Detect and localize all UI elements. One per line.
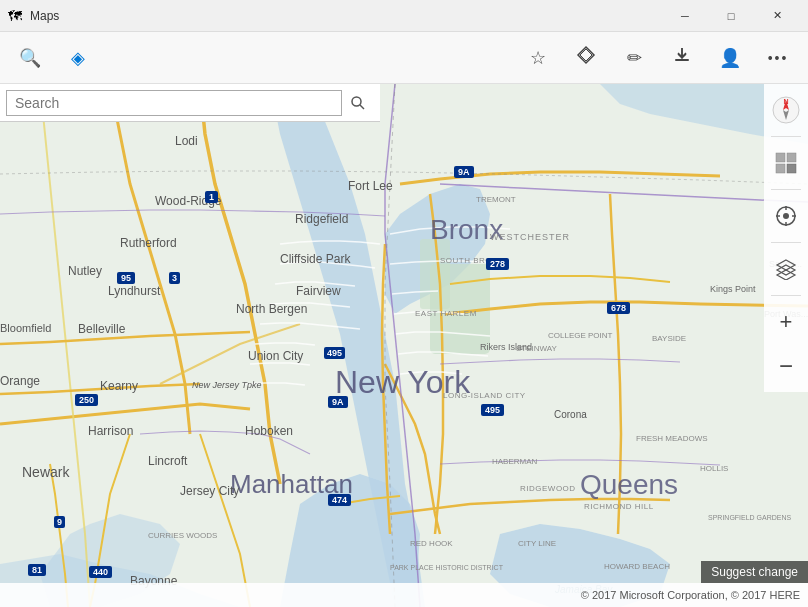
route-440-shield: 440 (89, 566, 112, 578)
profile-icon: 👤 (719, 47, 741, 69)
app-toolbar: 🔍 ◈ ☆ ✏ 👤 ••• (0, 32, 808, 84)
route-9-shield: 9 (54, 516, 65, 528)
search-panel (0, 84, 380, 122)
map-attribution: © 2017 Microsoft Corporation, © 2017 HER… (581, 589, 800, 601)
map-control-divider-4 (771, 295, 801, 296)
download-button[interactable] (660, 36, 704, 80)
status-bar: © 2017 Microsoft Corporation, © 2017 HER… (0, 583, 808, 607)
svg-line-9 (360, 105, 364, 109)
close-button[interactable]: ✕ (754, 0, 800, 32)
map-svg (0, 84, 808, 607)
suggest-change-button[interactable]: Suggest change (701, 561, 808, 583)
nj-tpke-label: New Jersey Tpke (192, 380, 262, 390)
route-81-shield: 81 (28, 564, 46, 576)
title-bar: 🗺 Maps ─ □ ✕ (0, 0, 808, 32)
more-button[interactable]: ••• (756, 36, 800, 80)
route-95-shield: 95 (117, 272, 135, 284)
my-location-button[interactable] (766, 196, 806, 236)
search-toolbar-icon: 🔍 (19, 47, 41, 69)
svg-rect-16 (776, 164, 785, 173)
nav-icon: ◈ (71, 47, 85, 69)
window-controls: ─ □ ✕ (662, 0, 800, 32)
route-1-shield: 1 (205, 191, 218, 203)
directions-button[interactable] (564, 36, 608, 80)
more-icon: ••• (768, 50, 789, 66)
route-250-shield: 250 (75, 394, 98, 406)
svg-rect-15 (787, 153, 796, 162)
map-controls-panel: N (764, 84, 808, 392)
svg-rect-14 (776, 153, 785, 162)
svg-rect-7 (420, 239, 450, 309)
draw-button[interactable]: ✏ (612, 36, 656, 80)
map-control-divider-3 (771, 242, 801, 243)
svg-point-8 (352, 97, 361, 106)
search-toolbar-button[interactable]: 🔍 (8, 36, 52, 80)
zoom-in-button[interactable]: + (766, 302, 806, 342)
zoom-out-button[interactable]: − (766, 346, 806, 386)
title-bar-left: 🗺 Maps (8, 8, 59, 24)
route-9a-shield-nyc: 9A (328, 396, 348, 408)
directions-icon (576, 45, 596, 70)
route-9a-shield-bronx: 9A (454, 166, 474, 178)
svg-text:N: N (783, 98, 788, 105)
map-control-divider-1 (771, 136, 801, 137)
star-icon: ☆ (530, 47, 546, 69)
svg-rect-17 (787, 164, 796, 173)
map-container[interactable]: New York Manhattan Bronx Queens Newark J… (0, 84, 808, 607)
svg-rect-2 (675, 59, 689, 61)
compass-button[interactable]: N (766, 90, 806, 130)
route-3-shield: 3 (169, 272, 180, 284)
aerial-view-button[interactable] (766, 143, 806, 183)
download-icon (673, 46, 691, 69)
maximize-button[interactable]: □ (708, 0, 754, 32)
route-278-shield: 278 (486, 258, 509, 270)
minimize-button[interactable]: ─ (662, 0, 708, 32)
nav-button[interactable]: ◈ (56, 36, 100, 80)
search-submit-button[interactable] (342, 89, 374, 117)
search-input[interactable] (6, 90, 342, 116)
route-495-shield-2: 495 (481, 404, 504, 416)
route-495-shield: 495 (324, 347, 345, 359)
route-474-shield: 474 (328, 494, 351, 506)
pen-icon: ✏ (627, 47, 642, 69)
app-title: Maps (30, 9, 59, 23)
search-icon (350, 95, 366, 111)
layers-button[interactable] (766, 249, 806, 289)
profile-button[interactable]: 👤 (708, 36, 752, 80)
app-icon: 🗺 (8, 8, 22, 24)
map-control-divider-2 (771, 189, 801, 190)
route-678-shield: 678 (607, 302, 630, 314)
svg-point-19 (783, 213, 789, 219)
favorites-button[interactable]: ☆ (516, 36, 560, 80)
